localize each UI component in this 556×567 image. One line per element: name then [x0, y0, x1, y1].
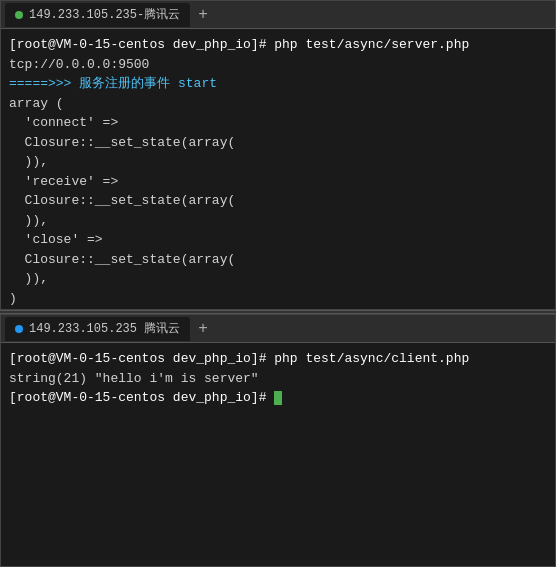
bottom-tab-label: 149.233.105.235 腾讯云 [29, 320, 180, 337]
top-tab-bar: 149.233.105.235-腾讯云 + [1, 1, 555, 29]
bottom-line-1: [root@VM-0-15-centos dev_php_io]# php te… [9, 351, 469, 366]
bottom-line-2: string(21) "hello i'm is server" [9, 371, 259, 386]
top-line-13: )), [9, 271, 48, 286]
bottom-terminal-tab[interactable]: 149.233.105.235 腾讯云 [5, 317, 190, 341]
top-tab-label: 149.233.105.235-腾讯云 [29, 6, 180, 23]
top-line-9: Closure::__set_state(array( [9, 193, 235, 208]
top-line-12: Closure::__set_state(array( [9, 252, 235, 267]
top-line-14: ) [9, 291, 17, 306]
top-terminal-content: [root@VM-0-15-centos dev_php_io]# php te… [1, 29, 555, 310]
bottom-cursor [274, 391, 282, 405]
top-line-6: Closure::__set_state(array( [9, 135, 235, 150]
top-line-8: 'receive' => [9, 174, 118, 189]
top-tab-dot [15, 11, 23, 19]
top-line-11: 'close' => [9, 232, 103, 247]
top-line-4: array ( [9, 96, 64, 111]
app-container: 149.233.105.235-腾讯云 + [root@VM-0-15-cent… [0, 0, 556, 567]
top-line-5: 'connect' => [9, 115, 118, 130]
bottom-terminal-content: [root@VM-0-15-centos dev_php_io]# php te… [1, 343, 555, 414]
bottom-tab-bar: 149.233.105.235 腾讯云 + [1, 315, 555, 343]
bottom-tab-dot [15, 325, 23, 333]
bottom-tab-plus[interactable]: + [192, 320, 214, 338]
top-terminal-panel: 149.233.105.235-腾讯云 + [root@VM-0-15-cent… [0, 0, 556, 310]
bottom-line-3: [root@VM-0-15-centos dev_php_io]# [9, 390, 274, 405]
bottom-terminal-panel: 149.233.105.235 腾讯云 + [root@VM-0-15-cent… [0, 314, 556, 567]
top-line-10: )), [9, 213, 48, 228]
top-line-7: )), [9, 154, 48, 169]
top-line-1: [root@VM-0-15-centos dev_php_io]# php te… [9, 37, 469, 52]
top-line-2: tcp://0.0.0.0:9500 [9, 57, 149, 72]
top-tab-plus[interactable]: + [192, 6, 214, 24]
top-line-3: =====>>> 服务注册的事件 start [9, 76, 217, 91]
top-terminal-tab[interactable]: 149.233.105.235-腾讯云 [5, 3, 190, 27]
